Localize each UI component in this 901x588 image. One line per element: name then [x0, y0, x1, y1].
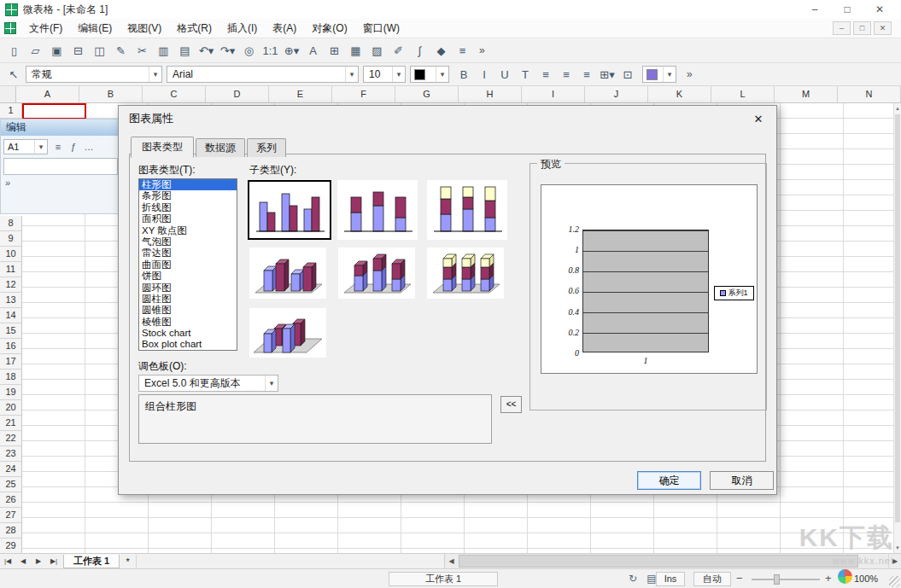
row-header[interactable]: 18	[0, 370, 22, 385]
minimize-button[interactable]: –	[799, 0, 831, 19]
insert-table-icon[interactable]: ⊞	[324, 40, 345, 61]
insert-mode-indicator[interactable]: Ins	[656, 572, 685, 586]
edit-panel-title[interactable]: 编辑	[1, 119, 120, 136]
edit-panel-overflow-button[interactable]: »	[1, 175, 120, 188]
column-header[interactable]: N	[838, 86, 901, 102]
toolbar-overflow-button[interactable]: »	[473, 44, 491, 56]
palette-combo[interactable]: Excel 5.0 和更高版本 ▾	[138, 375, 278, 392]
chart-type-option[interactable]: XY 散点图	[139, 225, 237, 236]
subtype-percent-stacked-column[interactable]	[427, 180, 507, 240]
new-sheet-tab[interactable]: *	[120, 555, 137, 568]
edit-page-icon[interactable]: ✎	[110, 40, 132, 61]
tab-series[interactable]: 系列	[247, 138, 286, 157]
subtype-stacked-column[interactable]	[337, 180, 418, 240]
chart-type-option[interactable]: 棱锥图	[139, 317, 237, 328]
freeze-panes-icon[interactable]: ⊡	[617, 64, 638, 84]
row-header[interactable]: 15	[0, 323, 22, 339]
chart-type-option[interactable]: Box plot chart	[139, 339, 237, 350]
cell-reference-combo[interactable]: A1 ▾	[3, 139, 48, 154]
zoom-out-icon[interactable]: −	[736, 572, 743, 585]
horizontal-scroll-thumb[interactable]	[459, 555, 858, 568]
column-header[interactable]: K	[648, 86, 711, 102]
row-header[interactable]: 12	[0, 277, 22, 293]
font-color-combo[interactable]: ▾	[410, 66, 449, 83]
menu-format[interactable]: 格式(R)	[169, 20, 219, 38]
scroll-up-icon[interactable]: ▲	[894, 103, 901, 114]
borders-icon[interactable]: ▦	[345, 40, 366, 61]
formula-icon[interactable]: ƒ	[66, 139, 81, 154]
chart-type-option[interactable]: 柱形图	[139, 179, 237, 190]
chart-type-option[interactable]: 折线图	[139, 202, 237, 213]
scroll-right-icon[interactable]: ▶	[888, 554, 901, 568]
actual-size-icon[interactable]: 1:1	[260, 40, 281, 61]
row-header[interactable]: 26	[0, 492, 22, 508]
column-header[interactable]: D	[206, 86, 269, 102]
chevron-down-icon[interactable]: ▾	[392, 67, 405, 82]
new-file-icon[interactable]: ▯	[3, 40, 25, 61]
formula-input[interactable]	[3, 158, 118, 175]
font-combo[interactable]: Arial ▾	[167, 66, 359, 83]
row-header[interactable]: 20	[0, 400, 22, 416]
find-icon[interactable]: ◎	[238, 40, 260, 61]
chart-type-option[interactable]: 雷达图	[139, 247, 237, 259]
print-preview-icon[interactable]: ◫	[89, 40, 110, 61]
subtype-3d-column[interactable]	[249, 308, 326, 358]
chart-type-option[interactable]: 气泡图	[139, 236, 237, 247]
prev-sheet-button[interactable]: ◀	[15, 554, 31, 568]
chevron-down-icon[interactable]: ▾	[34, 140, 47, 154]
underline-icon[interactable]: U	[494, 64, 515, 84]
column-header[interactable]: F	[332, 86, 395, 102]
chart-type-option[interactable]: 圆柱图	[139, 294, 237, 305]
align-left-icon[interactable]: ≡	[535, 64, 556, 84]
subtype-3d-stacked-column[interactable]	[338, 247, 415, 299]
text-box-icon[interactable]: A	[302, 40, 324, 61]
row-header[interactable]: 14	[0, 308, 22, 323]
layers-icon[interactable]: ≡	[452, 40, 473, 61]
chart-type-option[interactable]: 饼图	[139, 271, 237, 282]
names-list-icon[interactable]: ≡	[50, 139, 66, 154]
row-header[interactable]: 25	[0, 477, 22, 492]
child-close-icon[interactable]: ✕	[874, 21, 892, 35]
next-sheet-button[interactable]: ▶	[31, 554, 46, 568]
chart-type-option[interactable]: 条形图	[139, 190, 237, 201]
menu-edit[interactable]: 编辑(E)	[70, 20, 120, 38]
open-file-icon[interactable]: ▱	[25, 40, 46, 61]
column-header[interactable]: I	[522, 86, 585, 102]
chart-type-option[interactable]: Stock chart	[139, 328, 237, 339]
subtype-clustered-column[interactable]	[248, 180, 331, 240]
integral-icon[interactable]: ∫	[409, 40, 430, 61]
zoom-icon[interactable]: ⊕▾	[281, 40, 302, 61]
paste-icon[interactable]: ▤	[174, 40, 196, 61]
maximize-button[interactable]: □	[831, 0, 863, 19]
align-center-icon[interactable]: ≡	[556, 64, 576, 84]
chevron-down-icon[interactable]: ▾	[265, 376, 278, 391]
tab-data-source[interactable]: 数据源	[196, 138, 245, 157]
chart-type-option[interactable]: 曲面图	[139, 259, 237, 271]
italic-icon[interactable]: I	[474, 64, 494, 84]
chevron-down-icon[interactable]: ▾	[663, 67, 676, 82]
auto-indicator[interactable]: 自动	[693, 572, 731, 586]
dialog-close-icon[interactable]: ✕	[751, 111, 766, 126]
row-header[interactable]: 23	[0, 446, 22, 462]
style-combo[interactable]: 常规 ▾	[26, 66, 162, 83]
bold-icon[interactable]: B	[453, 64, 474, 84]
copy-icon[interactable]: ▥	[153, 40, 174, 61]
chart-type-option[interactable]: 圆锥图	[139, 305, 237, 316]
shapes-icon[interactable]: ◆	[430, 40, 452, 61]
child-restore-icon[interactable]: □	[853, 21, 871, 35]
row-header[interactable]: 13	[0, 293, 22, 308]
more-icon[interactable]: …	[81, 139, 97, 154]
fill-color-combo[interactable]: ▾	[642, 66, 676, 83]
column-header[interactable]: H	[459, 86, 522, 102]
hatch-icon[interactable]: ▨	[366, 40, 388, 61]
chart-type-option[interactable]: 面积图	[139, 213, 237, 224]
cancel-button[interactable]: 取消	[710, 471, 774, 490]
zoom-slider-thumb[interactable]	[774, 574, 780, 585]
menu-table[interactable]: 表(A)	[265, 20, 304, 38]
cut-icon[interactable]: ✂	[132, 40, 153, 61]
subtype-3d-clustered-column[interactable]	[249, 247, 326, 299]
selected-cell-a1[interactable]	[22, 103, 86, 119]
select-all-corner[interactable]	[0, 86, 16, 102]
format-toolbar-overflow-button[interactable]: »	[681, 68, 699, 80]
column-header[interactable]: L	[711, 86, 775, 102]
